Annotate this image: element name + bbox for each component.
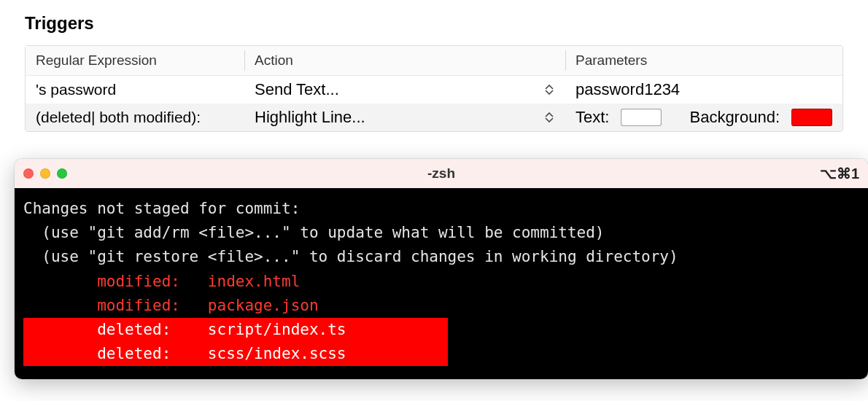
params-text: password1234: [576, 80, 680, 99]
terminal-line: (use "git add/rm <file>..." to update wh…: [23, 221, 859, 245]
chevron-updown-icon[interactable]: [543, 82, 555, 98]
close-icon[interactable]: [23, 168, 34, 179]
col-header-regex[interactable]: Regular Expression: [26, 46, 244, 75]
zoom-icon[interactable]: [57, 168, 67, 179]
action-cell[interactable]: Send Text...: [244, 76, 565, 104]
terminal-titlebar[interactable]: -zsh ⌥⌘1: [15, 159, 868, 188]
regex-cell[interactable]: 's password: [26, 77, 244, 103]
terminal-line: modified: package.json: [23, 294, 859, 318]
action-label: Highlight Line...: [255, 108, 365, 127]
table-row[interactable]: 's password Send Text... password1234: [26, 76, 842, 104]
chevron-updown-icon[interactable]: [543, 109, 555, 125]
terminal-body[interactable]: Changes not staged for commit: (use "git…: [15, 188, 868, 379]
table-header-row: Regular Expression Action Parameters: [26, 46, 842, 76]
terminal-window: -zsh ⌥⌘1 Changes not staged for commit: …: [15, 159, 868, 379]
action-label: Send Text...: [255, 80, 339, 99]
terminal-shortcut: ⌥⌘1: [820, 165, 859, 182]
col-header-params[interactable]: Parameters: [565, 46, 842, 75]
text-color-label: Text:: [576, 108, 609, 127]
regex-cell[interactable]: (deleted| both modified):: [26, 104, 244, 131]
params-cell[interactable]: password1234: [565, 76, 842, 104]
col-header-action[interactable]: Action: [244, 46, 565, 75]
background-color-swatch[interactable]: [791, 109, 832, 126]
params-cell: Text: Background:: [565, 104, 842, 131]
terminal-line: deleted: script/index.ts: [23, 318, 859, 342]
background-color-label: Background:: [689, 108, 780, 127]
terminal-line: Changes not staged for commit:: [23, 197, 859, 221]
section-title: Triggers: [0, 0, 868, 45]
table-row[interactable]: (deleted| both modified): Highlight Line…: [26, 104, 842, 131]
traffic-lights: [23, 168, 67, 179]
terminal-title: -zsh: [15, 166, 868, 182]
minimize-icon[interactable]: [40, 168, 50, 179]
terminal-line: modified: index.html: [23, 270, 859, 294]
text-color-swatch[interactable]: [621, 109, 662, 126]
action-cell[interactable]: Highlight Line...: [244, 104, 565, 131]
terminal-line: (use "git restore <file>..." to discard …: [23, 245, 859, 269]
triggers-table: Regular Expression Action Parameters 's …: [25, 45, 843, 132]
terminal-line: deleted: scss/index.scss: [23, 342, 859, 366]
